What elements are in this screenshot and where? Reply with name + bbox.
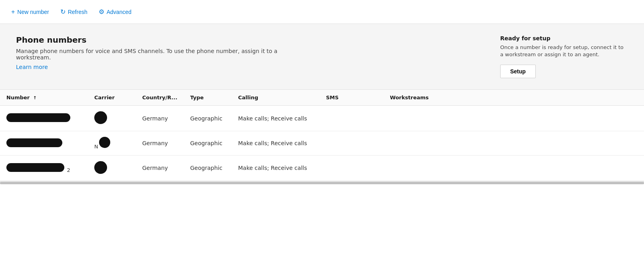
banner-left: Phone numbers Manage phone numbers for v…: [16, 35, 296, 70]
cell-type: Geographic: [184, 131, 232, 156]
gear-icon: ⚙: [99, 8, 104, 16]
ready-description: Once a number is ready for setup, connec…: [500, 44, 628, 58]
redacted-phone-number: [6, 138, 62, 147]
cell-sms: [320, 131, 384, 156]
cell-workstreams: [384, 106, 644, 131]
col-header-sms[interactable]: SMS: [320, 90, 384, 106]
cell-carrier: [88, 106, 136, 131]
cell-calling: Make calls; Receive calls: [232, 106, 320, 131]
banner-right: Ready for setup Once a number is ready f…: [484, 35, 628, 78]
col-header-country[interactable]: Country/R...: [136, 90, 184, 106]
table-header-row: Number ↑ Carrier Country/R... Type Calli…: [0, 90, 644, 106]
sort-asc-icon: ↑: [33, 95, 37, 101]
phone-numbers-table: Number ↑ Carrier Country/R... Type Calli…: [0, 90, 644, 181]
cell-sms: [320, 106, 384, 131]
refresh-label: Refresh: [68, 9, 87, 15]
col-header-carrier[interactable]: Carrier: [88, 90, 136, 106]
new-number-button[interactable]: + New number: [6, 5, 54, 19]
cell-country: Germany: [136, 155, 184, 181]
new-number-label: New number: [17, 9, 49, 15]
cell-workstreams: [384, 155, 644, 181]
col-header-calling[interactable]: Calling: [232, 90, 320, 106]
table-container: Number ↑ Carrier Country/R... Type Calli…: [0, 90, 644, 181]
cell-calling: Make calls; Receive calls: [232, 131, 320, 156]
advanced-button[interactable]: ⚙ Advanced: [94, 5, 136, 19]
redacted-phone-number: [6, 113, 70, 122]
toolbar: + New number ↻ Refresh ⚙ Advanced: [0, 0, 644, 24]
table-row[interactable]: Germany Geographic Make calls; Receive c…: [0, 106, 644, 131]
redacted-carrier: [94, 161, 107, 174]
cell-sms: [320, 155, 384, 181]
redacted-carrier: [99, 137, 110, 148]
cell-type: Geographic: [184, 155, 232, 181]
cell-workstreams: [384, 131, 644, 156]
cell-number: [0, 131, 88, 156]
cell-country: Germany: [136, 131, 184, 156]
redacted-carrier: [94, 111, 107, 124]
cell-carrier: N: [88, 131, 136, 156]
setup-button[interactable]: Setup: [500, 65, 536, 78]
horizontal-scrollbar[interactable]: [0, 181, 644, 184]
cell-type: Geographic: [184, 106, 232, 131]
page-title: Phone numbers: [16, 35, 296, 45]
info-banner: Phone numbers Manage phone numbers for v…: [0, 24, 644, 90]
col-header-type[interactable]: Type: [184, 90, 232, 106]
banner-description: Manage phone numbers for voice and SMS c…: [16, 48, 296, 61]
cell-number: [0, 106, 88, 131]
col-header-number[interactable]: Number ↑: [0, 90, 88, 106]
refresh-icon: ↻: [60, 8, 66, 16]
col-header-workstreams[interactable]: Workstreams: [384, 90, 644, 106]
table-row[interactable]: N Germany Geographic Make calls; Receive…: [0, 131, 644, 156]
learn-more-link[interactable]: Learn more: [16, 64, 48, 70]
scrollbar-thumb[interactable]: [0, 182, 644, 184]
cell-carrier: [88, 155, 136, 181]
cell-calling: Make calls; Receive calls: [232, 155, 320, 181]
ready-title: Ready for setup: [500, 35, 628, 41]
advanced-label: Advanced: [107, 9, 131, 15]
plus-icon: +: [11, 8, 15, 16]
table-row[interactable]: 2 Germany Geographic Make calls; Receive…: [0, 155, 644, 181]
cell-country: Germany: [136, 106, 184, 131]
refresh-button[interactable]: ↻ Refresh: [56, 5, 92, 19]
redacted-phone-number: [6, 163, 64, 172]
cell-number: 2: [0, 155, 88, 181]
